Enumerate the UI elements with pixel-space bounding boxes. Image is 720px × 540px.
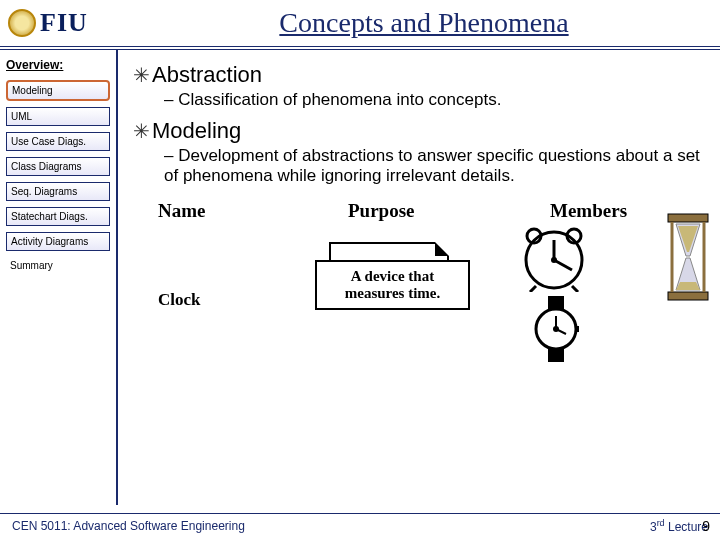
- footer-lecture: 3rd Lecture: [650, 518, 708, 534]
- sidebar-item-uml[interactable]: UML: [6, 107, 110, 126]
- footer: CEN 5011: Advanced Software Engineering …: [0, 513, 720, 534]
- sidebar-item-activity[interactable]: Activity Diagrams: [6, 232, 110, 251]
- sidebar-item-modeling[interactable]: Modeling: [6, 80, 110, 101]
- sub-bullet-abstraction: Classification of phenomena into concept…: [164, 90, 702, 110]
- sub-bullet-modeling: Development of abstractions to answer sp…: [164, 146, 702, 186]
- sidebar: Overview: Modeling UML Use Case Diags. C…: [0, 50, 118, 505]
- bullet-icon: ✳: [130, 63, 152, 87]
- wall-clock-icon: [518, 226, 590, 292]
- sidebar-heading: Overview:: [6, 58, 110, 72]
- seal-icon: [8, 9, 36, 37]
- purpose-text: A device that measures time.: [315, 260, 470, 310]
- slide-title: Concepts and Phenomena: [128, 7, 720, 39]
- bullet-modeling: ✳ Modeling: [130, 118, 702, 144]
- wristwatch-icon: [526, 294, 586, 364]
- svg-rect-15: [668, 214, 708, 222]
- svg-rect-16: [668, 292, 708, 300]
- page-number: 9: [702, 518, 710, 534]
- bullet-abstraction: ✳ Abstraction: [130, 62, 702, 88]
- footer-course: CEN 5011: Advanced Software Engineering: [12, 519, 245, 533]
- sidebar-item-use-case[interactable]: Use Case Diags.: [6, 132, 110, 151]
- col-name: Name: [158, 200, 205, 222]
- concept-table: Name Purpose Members Clock A device that…: [130, 200, 702, 390]
- bullet-icon: ✳: [130, 119, 152, 143]
- svg-rect-14: [575, 326, 579, 332]
- sidebar-item-seq-diagrams[interactable]: Seq. Diagrams: [6, 182, 110, 201]
- cell-clock-name: Clock: [158, 290, 201, 310]
- hourglass-icon: [662, 212, 714, 302]
- col-members: Members: [550, 200, 627, 222]
- svg-line-7: [572, 286, 578, 292]
- col-purpose: Purpose: [348, 200, 415, 222]
- logo-text: FIU: [40, 8, 88, 38]
- main-content: ✳ Abstraction Classification of phenomen…: [118, 50, 720, 505]
- fiu-logo: FIU: [8, 3, 128, 43]
- sidebar-item-class-diagrams[interactable]: Class Diagrams: [6, 157, 110, 176]
- bullet-text: Abstraction: [152, 62, 262, 88]
- cell-clock-members: [518, 226, 688, 364]
- paper-corner-icon: [435, 242, 449, 256]
- header-bar: FIU Concepts and Phenomena: [0, 0, 720, 50]
- sidebar-item-summary[interactable]: Summary: [6, 257, 110, 274]
- sidebar-item-statechart[interactable]: Statechart Diags.: [6, 207, 110, 226]
- svg-line-6: [530, 286, 536, 292]
- bullet-text: Modeling: [152, 118, 241, 144]
